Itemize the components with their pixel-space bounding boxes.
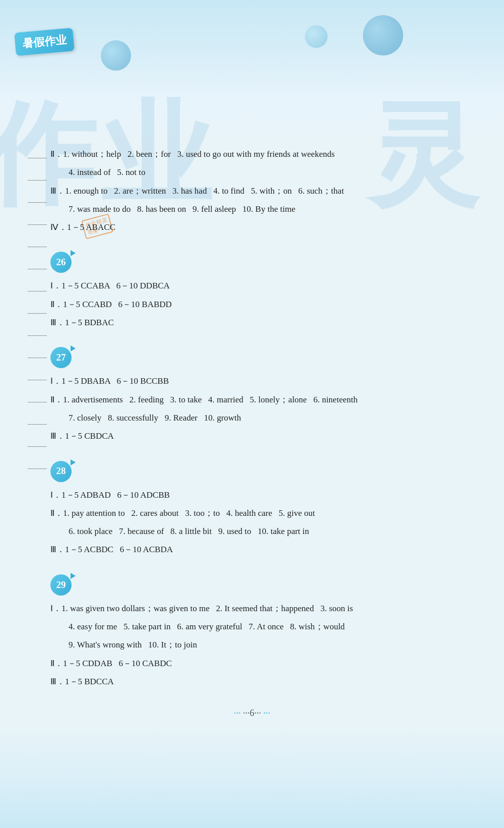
dash-15: —— <box>28 457 46 479</box>
intro-line-4: 7. was made to do 8. has been on 9. fell… <box>50 201 454 217</box>
section-27: 27 Ⅰ．1－5 DBABA 6－10 BCCBB Ⅱ．1. advertise… <box>50 340 454 444</box>
page-num-value: ···6··· <box>243 708 261 718</box>
dash-1: —— <box>28 146 46 168</box>
s29-line-3: 9. What's wrong with 10. It；to join <box>50 637 454 653</box>
dash-14: —— <box>28 435 46 457</box>
s29-line-5: Ⅲ．1－5 BDCCA <box>50 674 454 690</box>
dot-left: ··· <box>234 708 241 718</box>
intro-line-1: Ⅱ．1. without；help 2. been；for 3. used to… <box>50 146 454 162</box>
s26-line-3: Ⅲ．1－5 BDBAC <box>50 315 454 331</box>
dot-right: ··· <box>264 708 271 718</box>
dash-9: —— <box>28 324 46 346</box>
section-26: 26 Ⅰ．1－5 CCABA 6－10 DDBCA Ⅱ．1－5 CCABD 6－… <box>50 245 454 331</box>
chapter-badge-29: 29 <box>50 574 72 596</box>
chapter-badge-27: 27 <box>50 347 72 368</box>
s28-line-3: 6. took place 7. because of 8. a little … <box>50 523 454 540</box>
s28-line-2: Ⅱ．1. pay attention to 2. cares about 3. … <box>50 505 454 521</box>
chapter-badge-28: 28 <box>50 461 72 482</box>
dash-13: —— <box>28 412 46 435</box>
chapter-badge-26: 26 <box>50 252 72 273</box>
dash-5: —— <box>28 235 46 257</box>
s29-line-2: 4. easy for me 5. take part in 6. am ver… <box>50 619 454 635</box>
intro-line-3: Ⅲ．1. enough to 2. are；written 3. has had… <box>50 183 454 199</box>
dash-12: —— <box>28 390 46 412</box>
dash-3: —— <box>28 191 46 213</box>
dash-6: —— <box>28 257 46 279</box>
intro-line-5: Ⅳ．1－5 ABACC <box>50 219 454 235</box>
dash-4: —— <box>28 213 46 235</box>
s29-line-1: Ⅰ．1. was given two dollars；was given to … <box>50 601 454 617</box>
s28-line-4: Ⅲ．1－5 ACBDC 6－10 ACBDA <box>50 542 454 558</box>
dash-2: —— <box>28 168 46 191</box>
s26-line-2: Ⅱ．1－5 CCABD 6－10 BABDD <box>50 297 454 313</box>
page-number: ··· ···6··· ··· <box>50 705 454 731</box>
dash-11: —— <box>28 368 46 390</box>
section-28: 28 Ⅰ．1－5 ADBAD 6－10 ADCBB Ⅱ．1. pay atten… <box>50 454 454 558</box>
section-29: 29 Ⅰ．1. was given two dollars；was given … <box>50 567 454 690</box>
section-intro: Ⅱ．1. without；help 2. been；for 3. used to… <box>50 146 454 235</box>
s27-line-4: Ⅲ．1－5 CBDCA <box>50 428 454 444</box>
dash-10: —— <box>28 346 46 368</box>
dash-8: —— <box>28 302 46 324</box>
dash-7: —— <box>28 279 46 302</box>
main-content: Ⅱ．1. without；help 2. been；for 3. used to… <box>0 0 504 762</box>
s26-line-1: Ⅰ．1－5 CCABA 6－10 DDBCA <box>50 278 454 294</box>
s29-line-4: Ⅱ．1－5 CDDAB 6－10 CABDC <box>50 656 454 672</box>
s27-line-1: Ⅰ．1－5 DBABA 6－10 BCCBB <box>50 373 454 389</box>
left-margin-dashes: —— —— —— —— —— —— —— —— —— —— —— —— —— —… <box>28 146 46 479</box>
s27-line-2: Ⅱ．1. advertisements 2. feeding 3. to tak… <box>50 392 454 408</box>
s27-line-3: 7. closely 8. successfully 9. Reader 10.… <box>50 410 454 426</box>
intro-line-2: 4. instead of 5. not to <box>50 164 454 181</box>
s28-line-1: Ⅰ．1－5 ADBAD 6－10 ADCBB <box>50 487 454 503</box>
